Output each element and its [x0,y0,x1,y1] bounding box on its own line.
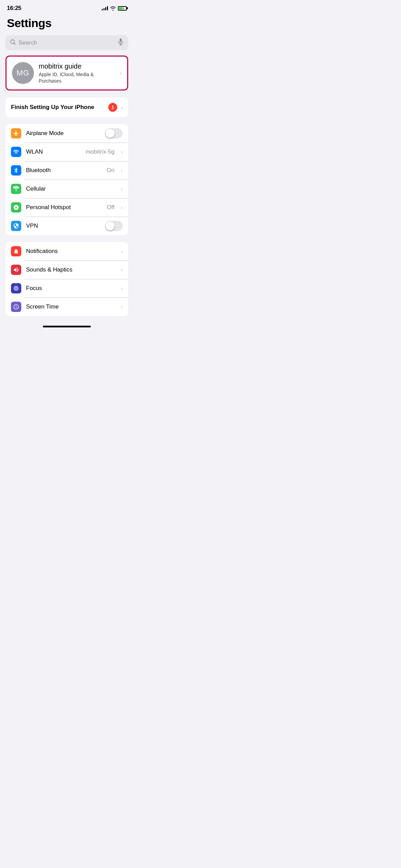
home-bar [43,326,91,327]
sounds-label: Sounds & Haptics [26,266,116,273]
focus-chevron: › [121,285,123,292]
page-title: Settings [7,16,127,30]
wlan-chevron: › [121,148,123,156]
hotspot-chevron: › [121,204,123,211]
search-container: Search [0,33,134,56]
search-icon [10,39,16,46]
bluetooth-icon [11,165,21,176]
apple-id-row[interactable]: MG mobitrix guide Apple ID, iCloud, Medi… [7,57,127,89]
signal-icon [102,6,108,10]
search-input[interactable]: Search [19,39,115,46]
screen-time-chevron: › [121,303,123,311]
airplane-mode-icon [11,128,21,138]
setup-chevron: › [121,104,123,111]
wlan-label: WLAN [26,148,81,155]
settings-row-wlan[interactable]: WLAN mobitrix-5g › [5,143,128,161]
apple-id-info: mobitrix guide Apple ID, iCloud, Media &… [39,62,115,84]
bluetooth-chevron: › [121,167,123,174]
search-bar[interactable]: Search [5,35,128,50]
wlan-value: mobitrix-5g [86,148,114,155]
avatar: MG [12,62,34,84]
page-title-section: Settings [0,14,134,33]
apple-id-subtitle: Apple ID, iCloud, Media & Purchases [39,71,115,84]
notifications-label: Notifications [26,248,116,255]
settings-row-hotspot[interactable]: Personal Hotspot Off › [5,198,128,217]
settings-row-sounds[interactable]: Sounds & Haptics › [5,261,128,279]
settings-row-bluetooth[interactable]: Bluetooth On › [5,161,128,180]
setup-row[interactable]: Finish Setting Up Your iPhone 1 › [5,97,128,117]
svg-point-0 [11,40,14,44]
hotspot-value: Off [107,204,114,211]
vpn-icon [11,221,21,231]
notifications-icon [11,246,21,256]
airplane-mode-label: Airplane Mode [26,130,100,137]
screen-time-icon [11,302,21,312]
hotspot-label: Personal Hotspot [26,204,102,211]
settings-row-notifications[interactable]: Notifications › [5,242,128,261]
cellular-label: Cellular [26,185,116,192]
microphone-icon[interactable] [118,38,123,47]
vpn-toggle[interactable] [105,221,123,231]
cellular-icon [11,184,21,194]
sounds-chevron: › [121,266,123,274]
settings-row-focus[interactable]: Focus › [5,279,128,298]
sounds-icon [11,265,21,275]
vpn-label: VPN [26,222,100,229]
apple-id-name: mobitrix guide [39,62,115,70]
settings-row-cellular[interactable]: Cellular › [5,180,128,198]
home-indicator [0,323,134,329]
avatar-initials: MG [16,69,29,77]
notifications-chevron: › [121,248,123,255]
screen-time-label: Screen Time [26,303,116,310]
settings-row-airplane-mode[interactable]: Airplane Mode [5,124,128,143]
svg-rect-1 [120,38,122,42]
apple-id-chevron: › [120,70,122,77]
apple-id-section[interactable]: MG mobitrix guide Apple ID, iCloud, Medi… [5,56,128,91]
bluetooth-value: On [107,167,114,174]
cellular-chevron: › [121,185,123,193]
status-bar: 16:25 ⚡ [0,0,134,14]
wlan-icon [11,147,21,157]
airplane-mode-toggle[interactable] [105,128,123,138]
setup-badge: 1 [108,103,117,112]
focus-label: Focus [26,285,116,292]
wifi-icon [110,6,116,11]
status-time: 16:25 [7,5,21,12]
hotspot-icon [11,202,21,213]
status-icons: ⚡ [102,6,127,11]
network-settings-group: Airplane Mode WLAN mobitrix-5g › Bluetoo… [5,124,128,235]
focus-icon [11,283,21,293]
notifications-settings-group: Notifications › Sounds & Haptics › Focus… [5,242,128,316]
setup-section[interactable]: Finish Setting Up Your iPhone 1 › [5,97,128,117]
settings-row-screen-time[interactable]: Screen Time › [5,298,128,316]
settings-row-vpn[interactable]: VPN [5,217,128,235]
battery-icon: ⚡ [118,6,127,11]
bluetooth-label: Bluetooth [26,167,102,174]
setup-label: Finish Setting Up Your iPhone [11,104,105,111]
